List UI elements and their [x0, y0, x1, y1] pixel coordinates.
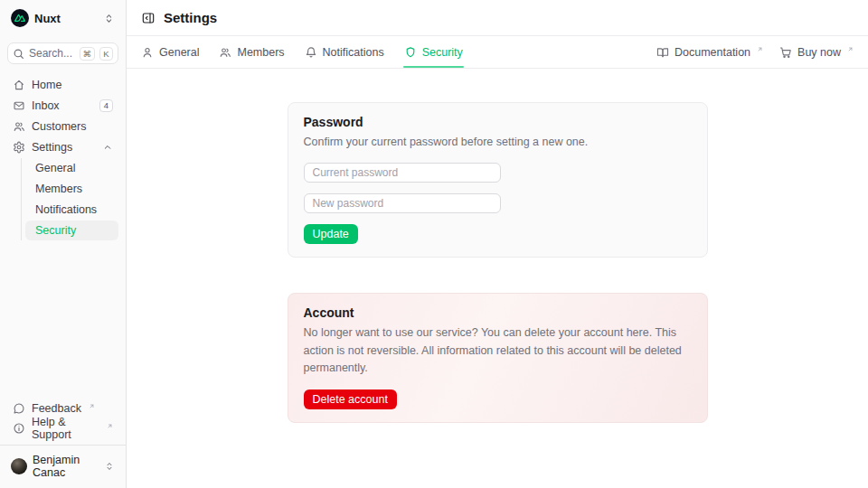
sidebar-item-home[interactable]: Home	[7, 75, 118, 95]
external-link-icon	[757, 46, 763, 52]
user-menu[interactable]: Benjamin Canac	[7, 452, 118, 481]
password-card-title: Password	[304, 115, 692, 129]
new-password-field[interactable]	[304, 193, 501, 213]
password-card: Password Confirm your current password b…	[288, 102, 708, 258]
chevron-up-icon	[102, 142, 113, 153]
chevrons-up-down-icon	[104, 461, 115, 472]
current-password-field[interactable]	[304, 163, 501, 183]
sidebar-item-label: Members	[35, 183, 82, 195]
update-password-button[interactable]: Update	[304, 224, 358, 244]
app-root: Nuxt Search... ⌘ K Home	[0, 0, 868, 488]
sidebar-item-general[interactable]: General	[25, 158, 118, 178]
sidebar-divider	[0, 445, 126, 446]
sidebar-item-label: General	[35, 162, 75, 174]
nuxt-logo-icon	[11, 9, 29, 27]
book-open-icon	[656, 46, 669, 59]
bell-icon	[305, 46, 317, 59]
tab-notifications[interactable]: Notifications	[305, 36, 384, 68]
home-icon	[13, 79, 25, 91]
chevrons-up-down-icon	[103, 13, 115, 24]
page-header: Settings	[127, 0, 868, 36]
tabs-bar: General Members Notifications	[127, 36, 868, 69]
sidebar-item-label: Inbox	[32, 99, 60, 112]
page-title: Settings	[164, 10, 217, 25]
inbox-count-badge: 4	[99, 99, 113, 112]
external-link-icon	[107, 423, 113, 429]
sidebar-bottom: Feedback Help & Support Benjamin Canac	[0, 391, 126, 488]
header-link-label: Buy now	[797, 46, 841, 59]
users-icon	[219, 46, 231, 59]
user-icon	[141, 46, 154, 59]
footer-link-label: Feedback	[32, 402, 81, 415]
external-link-icon	[847, 46, 854, 52]
user-avatar	[11, 458, 27, 474]
sidebar-item-label: Settings	[32, 141, 72, 154]
kbd-meta: ⌘	[80, 47, 96, 61]
sidebar-item-label: Home	[32, 79, 61, 91]
sidebar-item-inbox[interactable]: Inbox 4	[7, 96, 118, 116]
sidebar-item-customers[interactable]: Customers	[7, 117, 118, 136]
tab-label: Members	[237, 46, 284, 59]
account-card-title: Account	[304, 305, 692, 320]
password-card-description: Confirm your current password before set…	[304, 134, 692, 151]
settings-security-panel: Password Confirm your current password b…	[127, 69, 868, 488]
shield-icon	[404, 46, 417, 59]
documentation-link[interactable]: Documentation	[656, 46, 763, 59]
search-input[interactable]: Search... ⌘ K	[7, 42, 118, 64]
user-name: Benjamin Canac	[33, 454, 99, 479]
shopping-cart-icon	[779, 46, 792, 59]
buy-now-link[interactable]: Buy now	[779, 46, 854, 59]
account-card-description: No longer want to use our service? You c…	[304, 324, 692, 377]
sidebar-item-label: Notifications	[35, 203, 97, 216]
tab-members[interactable]: Members	[219, 36, 284, 68]
sidebar: Nuxt Search... ⌘ K Home	[0, 0, 127, 488]
sidebar-item-security[interactable]: Security	[25, 221, 118, 240]
external-link-icon	[89, 403, 95, 409]
sidebar-nav: Home Inbox 4 Customers	[7, 75, 118, 240]
tab-general[interactable]: General	[141, 36, 199, 68]
sidebar-top: Nuxt Search... ⌘ K Home	[0, 0, 126, 248]
sidebar-item-label: Customers	[32, 120, 86, 133]
collapse-sidebar-icon[interactable]	[141, 11, 156, 25]
search-placeholder: Search...	[29, 47, 75, 60]
tab-label: General	[159, 46, 199, 59]
tabs: General Members Notifications	[141, 36, 463, 68]
users-icon	[13, 120, 25, 133]
header-link-label: Documentation	[675, 46, 750, 59]
sidebar-item-settings[interactable]: Settings	[7, 137, 118, 157]
tab-label: Notifications	[323, 46, 384, 59]
workspace-switcher[interactable]: Nuxt	[7, 7, 118, 29]
tab-label: Security	[422, 46, 463, 59]
header-links: Documentation Buy now	[656, 46, 854, 59]
sidebar-item-members[interactable]: Members	[25, 179, 118, 199]
delete-account-button[interactable]: Delete account	[304, 389, 397, 409]
gear-icon	[13, 141, 25, 154]
footer-link-label: Help & Support	[32, 416, 99, 441]
kbd-k: K	[99, 47, 113, 61]
search-icon	[13, 48, 24, 60]
settings-subnav: General Members Notifications Security	[21, 158, 118, 240]
help-support-link[interactable]: Help & Support	[7, 418, 118, 438]
main-area: Settings General Members	[127, 0, 868, 488]
tab-security[interactable]: Security	[404, 36, 463, 68]
inbox-icon	[13, 99, 25, 112]
info-circle-icon	[13, 422, 25, 435]
chat-bubble-icon	[13, 402, 25, 415]
account-card: Account No longer want to use our servic…	[288, 293, 708, 422]
workspace-name: Nuxt	[34, 12, 98, 25]
sidebar-item-label: Security	[35, 224, 76, 237]
sidebar-item-notifications[interactable]: Notifications	[25, 200, 118, 220]
